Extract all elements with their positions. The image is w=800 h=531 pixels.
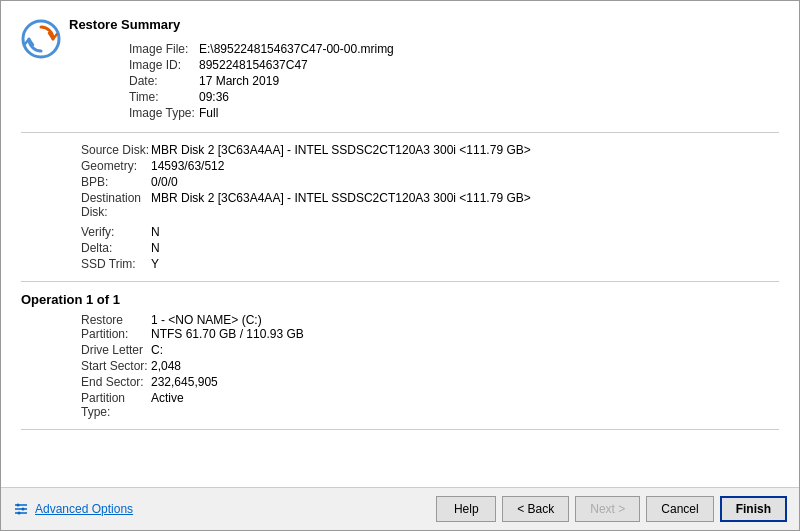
value-dest-disk: MBR Disk 2 [3C63A4AA] - INTEL SSDSC2CT12…	[151, 191, 779, 219]
label-drive-letter: Drive Letter	[21, 343, 151, 357]
label-time: Time:	[69, 90, 199, 104]
svg-point-4	[17, 504, 20, 507]
image-type-row: Image Type: Full	[69, 106, 779, 120]
label-partition-type: Partition Type:	[21, 391, 151, 419]
end-sector-row: End Sector: 232,645,905	[21, 375, 779, 389]
restore-partition-row: Restore Partition: 1 - <NO NAME> (C:) NT…	[21, 313, 779, 341]
date-row: Date: 17 March 2019	[69, 74, 779, 88]
start-sector-row: Start Sector: 2,048	[21, 359, 779, 373]
time-row: Time: 09:36	[69, 90, 779, 104]
label-bpb: BPB:	[21, 175, 151, 189]
value-image-id: 8952248154637C47	[199, 58, 779, 72]
label-ssd-trim: SSD Trim:	[21, 257, 151, 271]
value-bpb: 0/0/0	[151, 175, 779, 189]
disk-section: Source Disk: MBR Disk 2 [3C63A4AA] - INT…	[21, 143, 779, 219]
label-start-sector: Start Sector:	[21, 359, 151, 373]
value-time: 09:36	[199, 90, 779, 104]
label-image-file: Image File:	[69, 42, 199, 56]
label-delta: Delta:	[21, 241, 151, 255]
label-geometry: Geometry:	[21, 159, 151, 173]
back-button[interactable]: < Back	[502, 496, 569, 522]
label-verify: Verify:	[21, 225, 151, 239]
divider-2	[21, 281, 779, 282]
value-source-disk: MBR Disk 2 [3C63A4AA] - INTEL SSDSC2CT12…	[151, 143, 779, 157]
value-end-sector: 232,645,905	[151, 375, 779, 389]
cancel-button[interactable]: Cancel	[646, 496, 713, 522]
value-drive-letter: C:	[151, 343, 779, 357]
label-image-id: Image ID:	[69, 58, 199, 72]
value-image-file: E:\8952248154637C47-00-00.mrimg	[199, 42, 779, 56]
label-end-sector: End Sector:	[21, 375, 151, 389]
svg-point-6	[18, 512, 21, 515]
advanced-options-link[interactable]: Advanced Options	[13, 501, 133, 517]
source-disk-row: Source Disk: MBR Disk 2 [3C63A4AA] - INT…	[21, 143, 779, 157]
label-image-type: Image Type:	[69, 106, 199, 120]
verify-block: Verify: N Delta: N SSD Trim: Y	[21, 225, 779, 271]
geometry-row: Geometry: 14593/63/512	[21, 159, 779, 173]
value-restore-partition: 1 - <NO NAME> (C:) NTFS 61.70 GB / 110.9…	[151, 313, 779, 341]
restore-icon	[21, 19, 61, 59]
label-date: Date:	[69, 74, 199, 88]
value-delta: N	[151, 241, 779, 255]
divider-3	[21, 429, 779, 430]
operation-section: Operation 1 of 1 Restore Partition: 1 - …	[21, 292, 779, 419]
finish-button[interactable]: Finish	[720, 496, 787, 522]
value-start-sector: 2,048	[151, 359, 779, 373]
footer: Advanced Options Help < Back Next > Canc…	[1, 487, 799, 530]
image-file-row: Image File: E:\8952248154637C47-00-00.mr…	[69, 42, 779, 56]
divider-1	[21, 132, 779, 133]
help-button[interactable]: Help	[436, 496, 496, 522]
ssd-trim-row: SSD Trim: Y	[21, 257, 779, 271]
image-id-row: Image ID: 8952248154637C47	[69, 58, 779, 72]
drive-letter-row: Drive Letter C:	[21, 343, 779, 357]
value-date: 17 March 2019	[199, 74, 779, 88]
label-dest-disk: Destination Disk:	[21, 191, 151, 219]
label-restore-partition: Restore Partition:	[21, 313, 151, 341]
value-image-type: Full	[199, 106, 779, 120]
footer-buttons: Help < Back Next > Cancel Finish	[436, 496, 787, 522]
dialog: Restore Summary Image File: E:\895224815…	[0, 0, 800, 531]
restore-summary-content: Restore Summary Image File: E:\895224815…	[69, 17, 779, 122]
operation-header: Operation 1 of 1	[21, 292, 779, 307]
svg-point-5	[22, 508, 25, 511]
bpb-row: BPB: 0/0/0	[21, 175, 779, 189]
delta-row: Delta: N	[21, 241, 779, 255]
partition-type-row: Partition Type: Active	[21, 391, 779, 419]
next-button[interactable]: Next >	[575, 496, 640, 522]
advanced-options-label: Advanced Options	[35, 502, 133, 516]
value-partition-type: Active	[151, 391, 779, 419]
section-title-restore: Restore Summary	[69, 17, 779, 32]
dest-disk-row: Destination Disk: MBR Disk 2 [3C63A4AA] …	[21, 191, 779, 219]
value-geometry: 14593/63/512	[151, 159, 779, 173]
value-ssd-trim: Y	[151, 257, 779, 271]
value-verify: N	[151, 225, 779, 239]
restore-summary-section: Restore Summary Image File: E:\895224815…	[21, 17, 779, 122]
advanced-options-icon	[13, 501, 29, 517]
label-source-disk: Source Disk:	[21, 143, 151, 157]
content-area: Restore Summary Image File: E:\895224815…	[1, 1, 799, 487]
verify-row: Verify: N	[21, 225, 779, 239]
